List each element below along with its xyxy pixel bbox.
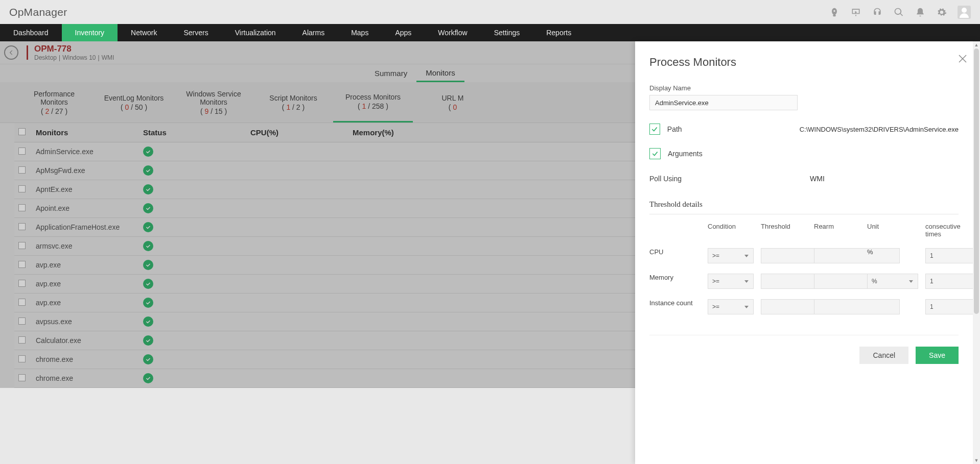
- nav-reports[interactable]: Reports: [533, 24, 585, 41]
- monitor-cat-0[interactable]: PerformanceMonitors( 2 / 27 ): [14, 82, 94, 123]
- monitor-cat-5[interactable]: URL M( 0: [413, 82, 493, 123]
- subtab-summary[interactable]: Summary: [365, 64, 416, 82]
- monitor-name: avp.exe: [32, 294, 139, 312]
- nav-servers[interactable]: Servers: [170, 24, 221, 41]
- nav-dashboard[interactable]: Dashboard: [0, 24, 62, 41]
- nav-alarms[interactable]: Alarms: [289, 24, 338, 41]
- monitor-name: AdminService.exe: [32, 142, 139, 161]
- nav-settings[interactable]: Settings: [481, 24, 533, 41]
- svg-marker-5: [744, 306, 749, 308]
- consecutive-times-input[interactable]: [925, 299, 973, 314]
- path-label: Path: [667, 125, 792, 133]
- row-checkbox[interactable]: [18, 355, 26, 362]
- monitor-cat-2[interactable]: Windows ServiceMonitors( 9 / 15 ): [174, 82, 253, 123]
- avatar-icon[interactable]: [958, 6, 971, 19]
- status-bar-red: [27, 45, 28, 60]
- condition-select[interactable]: >=: [708, 248, 754, 263]
- status-ok-icon: [143, 335, 153, 346]
- row-checkbox[interactable]: [18, 185, 26, 192]
- subtab-monitors[interactable]: Monitors: [416, 64, 464, 82]
- row-checkbox[interactable]: [18, 318, 26, 325]
- topbar-icons: [829, 6, 971, 19]
- status-ok-icon: [143, 298, 153, 308]
- col-cpu: CPU(%): [246, 123, 348, 142]
- svg-marker-3: [744, 280, 749, 283]
- monitor-name: chrome.exe: [32, 369, 139, 388]
- status-ok-icon: [143, 203, 153, 213]
- status-ok-icon: [143, 373, 153, 383]
- cancel-button[interactable]: Cancel: [859, 347, 908, 364]
- scroll-thumb[interactable]: [974, 48, 979, 314]
- bell-icon[interactable]: [915, 7, 926, 18]
- monitor-name: Apoint.exe: [32, 199, 139, 218]
- condition-select[interactable]: >=: [708, 299, 754, 314]
- nav-virtualization[interactable]: Virtualization: [222, 24, 289, 41]
- select-all-checkbox[interactable]: [18, 128, 26, 135]
- gear-icon[interactable]: [936, 7, 947, 18]
- row-checkbox[interactable]: [18, 223, 26, 230]
- search-icon[interactable]: [893, 7, 904, 18]
- threshold-grid: ConditionThresholdRearmUnitconsecutive t…: [649, 223, 959, 314]
- svg-marker-2: [744, 255, 749, 257]
- display-name-input[interactable]: [649, 95, 798, 110]
- nav-apps[interactable]: Apps: [382, 24, 425, 41]
- status-ok-icon: [143, 316, 153, 327]
- poll-using-label: Poll Using: [649, 175, 810, 183]
- status-ok-icon: [143, 260, 153, 270]
- monitor-name: ApntEx.exe: [32, 180, 139, 199]
- device-meta: Desktop|Windows 10|WMI: [34, 54, 114, 61]
- monitor-cat-4[interactable]: Process Monitors( 1 / 258 ): [333, 82, 413, 123]
- monitor-name: chrome.exe: [32, 350, 139, 369]
- monitor-cat-1[interactable]: EventLog Monitors( 0 / 50 ): [94, 82, 174, 123]
- row-checkbox[interactable]: [18, 148, 26, 155]
- panel-scrollbar[interactable]: ▲ ▼: [973, 41, 980, 464]
- col-monitors: Monitors: [32, 123, 139, 142]
- monitor-cat-3[interactable]: Script Monitors( 1 / 2 ): [253, 82, 333, 123]
- brand: OpManager: [9, 6, 67, 18]
- row-checkbox[interactable]: [18, 204, 26, 211]
- arguments-checkbox[interactable]: [649, 148, 661, 159]
- status-ok-icon: [143, 184, 153, 194]
- consecutive-times-input[interactable]: [925, 274, 973, 289]
- unit-label: %: [867, 248, 918, 256]
- thresh-row-label: CPU: [649, 248, 701, 256]
- topbar: OpManager: [0, 0, 980, 24]
- nav-network[interactable]: Network: [118, 24, 170, 41]
- status-ok-icon: [143, 354, 153, 364]
- scroll-up-icon[interactable]: ▲: [973, 41, 980, 48]
- back-button[interactable]: [4, 45, 18, 60]
- rocket-icon[interactable]: [829, 7, 840, 18]
- thresh-header: Rearm: [814, 223, 860, 238]
- row-checkbox[interactable]: [18, 242, 26, 249]
- row-checkbox[interactable]: [18, 166, 26, 174]
- monitor-name: ApMsgFwd.exe: [32, 161, 139, 180]
- row-checkbox[interactable]: [18, 374, 26, 381]
- status-ok-icon: [143, 241, 153, 251]
- save-button[interactable]: Save: [916, 347, 959, 364]
- col-status: Status: [139, 123, 246, 142]
- thresh-header: Unit: [867, 223, 918, 238]
- path-checkbox[interactable]: [649, 124, 660, 135]
- row-checkbox[interactable]: [18, 261, 26, 268]
- scroll-down-icon[interactable]: ▼: [973, 457, 980, 464]
- headset-icon[interactable]: [872, 7, 883, 18]
- row-checkbox[interactable]: [18, 336, 26, 344]
- consecutive-times-input[interactable]: [925, 248, 973, 263]
- thresh-header: Condition: [708, 223, 754, 238]
- path-value: C:\WINDOWS\system32\DRIVERS\AdminService…: [800, 126, 959, 133]
- display-name-label: Display Name: [649, 84, 959, 92]
- status-ok-icon: [143, 165, 153, 176]
- status-ok-icon: [143, 146, 153, 157]
- unit-select[interactable]: %: [867, 274, 918, 289]
- threshold-details-heading: Threshold details: [649, 200, 959, 214]
- nav-maps[interactable]: Maps: [338, 24, 382, 41]
- close-icon[interactable]: [956, 53, 969, 65]
- thresh-header: consecutive times: [925, 223, 966, 238]
- nav-inventory[interactable]: Inventory: [62, 24, 118, 41]
- row-checkbox[interactable]: [18, 280, 26, 287]
- condition-select[interactable]: >=: [708, 274, 754, 289]
- presentation-icon[interactable]: [850, 7, 861, 18]
- nav-workflow[interactable]: Workflow: [425, 24, 480, 41]
- thresh-row-label: Memory: [649, 274, 701, 281]
- row-checkbox[interactable]: [18, 299, 26, 306]
